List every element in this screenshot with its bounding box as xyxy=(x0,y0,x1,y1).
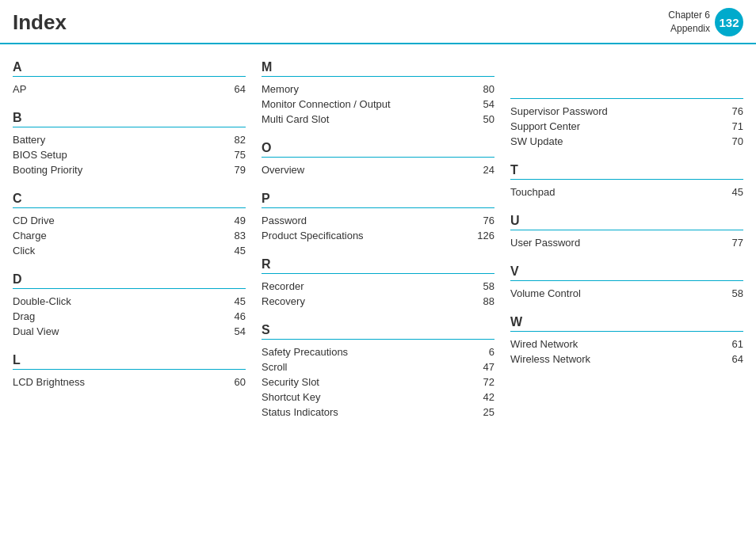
section-letter: R xyxy=(262,257,494,272)
section-group: AAP64 xyxy=(13,60,246,97)
section-group: Supervisor Password76Support Center71SW … xyxy=(510,98,743,149)
index-entry-label: Touchpad xyxy=(510,186,720,198)
section-divider xyxy=(510,230,743,230)
index-entry-page: 45 xyxy=(222,295,246,307)
section-divider xyxy=(510,98,743,99)
index-entry-label: AP xyxy=(13,83,222,95)
index-entry-page: 88 xyxy=(471,295,494,307)
index-row: User Password77 xyxy=(510,235,743,250)
section-divider xyxy=(262,339,494,340)
index-entry-label: Product Specifications xyxy=(262,230,471,241)
index-entry-label: Volume Control xyxy=(510,287,720,299)
index-entry-page: 6 xyxy=(471,346,494,358)
index-row: Support Center71 xyxy=(510,119,743,134)
index-entry-page: 45 xyxy=(222,245,246,257)
index-row: Safety Precautions6 xyxy=(262,344,494,359)
index-row: Click45 xyxy=(13,243,246,258)
page-title: Index xyxy=(13,10,67,35)
index-entry-page: 25 xyxy=(471,406,494,418)
section-letter: D xyxy=(13,272,246,287)
chapter-label: Chapter 6 Appendix xyxy=(668,9,710,36)
section-letter: U xyxy=(510,214,743,228)
section-letter: O xyxy=(262,141,494,155)
section-group: CCD Drive49Charge83Click45 xyxy=(13,192,246,258)
section-divider xyxy=(13,127,246,127)
section-letter: M xyxy=(262,60,494,74)
section-group: DDouble-Click45Drag46Dual View54 xyxy=(13,272,246,339)
index-column-1: AAP64BBattery82BIOS Setup75Booting Prior… xyxy=(13,60,262,434)
index-row: Volume Control58 xyxy=(510,286,743,301)
index-row: Wired Network61 xyxy=(510,336,743,352)
index-entry-label: BIOS Setup xyxy=(13,149,222,161)
index-entry-label: Recovery xyxy=(262,295,471,307)
index-entry-page: 71 xyxy=(720,120,743,132)
page-header: Index Chapter 6 Appendix 132 xyxy=(0,0,756,44)
index-entry-page: 42 xyxy=(471,391,494,403)
index-row: Product Specifications126 xyxy=(262,228,494,243)
index-entry-label: SW Update xyxy=(510,135,720,147)
index-entry-label: Battery xyxy=(13,134,222,146)
section-divider xyxy=(262,273,494,274)
index-entry-label: Charge xyxy=(13,230,222,241)
index-row: Multi Card Slot50 xyxy=(262,112,494,127)
index-content: AAP64BBattery82BIOS Setup75Booting Prior… xyxy=(0,44,756,450)
section-letter: C xyxy=(13,192,246,206)
section-divider xyxy=(262,207,494,208)
index-entry-label: CD Drive xyxy=(13,215,222,226)
index-entry-page: 77 xyxy=(720,237,743,249)
index-entry-label: Overview xyxy=(262,164,471,176)
section-group: SSafety Precautions6Scroll47Security Slo… xyxy=(262,323,494,420)
index-row: Overview24 xyxy=(262,162,494,177)
section-letter: W xyxy=(510,315,743,329)
index-entry-page: 126 xyxy=(471,230,494,241)
index-entry-label: User Password xyxy=(510,237,720,249)
section-letter: S xyxy=(262,323,494,337)
index-entry-page: 82 xyxy=(222,134,246,146)
index-entry-page: 76 xyxy=(471,215,494,226)
index-entry-label: Supervisor Password xyxy=(510,105,720,117)
index-entry-page: 64 xyxy=(720,353,743,365)
section-group: RRecorder58Recovery88 xyxy=(262,257,494,309)
index-row: Password76 xyxy=(262,213,494,228)
index-entry-page: 49 xyxy=(222,215,246,226)
index-entry-label: Status Indicators xyxy=(262,406,471,418)
index-entry-label: Wired Network xyxy=(510,338,720,350)
index-entry-page: 76 xyxy=(720,105,743,117)
index-row: Recovery88 xyxy=(262,294,494,309)
section-letter: B xyxy=(13,111,246,125)
section-divider xyxy=(262,157,494,158)
section-group: VVolume Control58 xyxy=(510,264,743,301)
index-entry-page: 47 xyxy=(471,361,494,373)
index-entry-label: Drag xyxy=(13,310,222,322)
index-entry-page: 24 xyxy=(471,164,494,176)
section-group: MMemory80Monitor Connection / Output54Mu… xyxy=(262,60,494,127)
section-letter: T xyxy=(510,163,743,177)
index-row: Supervisor Password76 xyxy=(510,104,743,119)
section-divider xyxy=(510,179,743,180)
section-group: WWired Network61Wireless Network64 xyxy=(510,315,743,367)
index-row: CD Drive49 xyxy=(13,213,246,228)
index-entry-page: 54 xyxy=(471,98,494,110)
index-column-2: MMemory80Monitor Connection / Output54Mu… xyxy=(262,60,510,434)
index-row: Monitor Connection / Output54 xyxy=(262,97,494,112)
index-row: Double-Click45 xyxy=(13,294,246,309)
index-entry-page: 64 xyxy=(222,83,246,95)
index-column-3: Supervisor Password76Support Center71SW … xyxy=(510,60,743,434)
section-group: LLCD Brightness60 xyxy=(13,353,246,390)
index-entry-label: Security Slot xyxy=(262,376,471,388)
section-divider xyxy=(13,288,246,289)
index-row: Booting Priority79 xyxy=(13,162,246,177)
index-entry-page: 54 xyxy=(222,325,246,337)
section-letter: L xyxy=(13,353,246,367)
index-entry-label: Double-Click xyxy=(13,295,222,307)
section-letter: V xyxy=(510,264,743,279)
page-number-badge: 132 xyxy=(715,8,743,36)
index-row: LCD Brightness60 xyxy=(13,374,246,390)
index-row: AP64 xyxy=(13,82,246,97)
index-entry-page: 75 xyxy=(222,149,246,161)
section-group: UUser Password77 xyxy=(510,214,743,250)
section-group: BBattery82BIOS Setup75Booting Priority79 xyxy=(13,111,246,177)
section-group: OOverview24 xyxy=(262,141,494,177)
section-divider xyxy=(13,76,246,77)
section-divider xyxy=(13,207,246,208)
